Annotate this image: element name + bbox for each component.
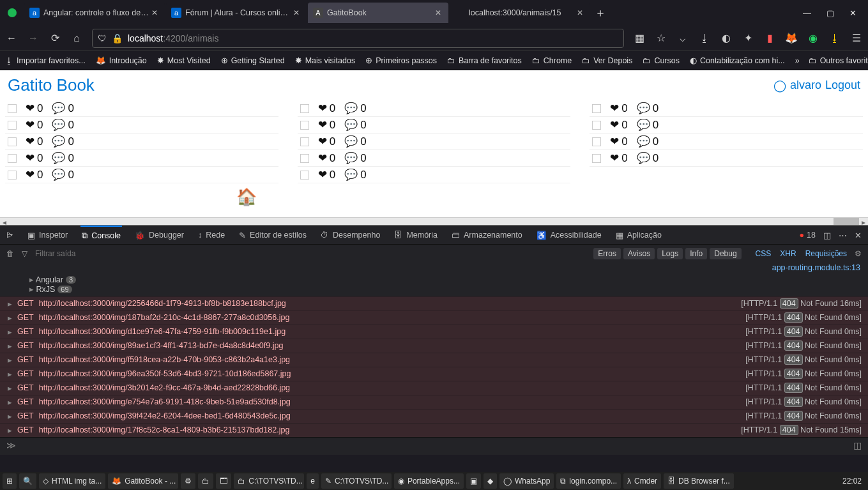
comment-icon[interactable]: 💬 (344, 102, 358, 115)
console-error-row[interactable]: ▸GET http://localhost:3000/img/f5918cea-… (0, 353, 868, 367)
taskbar-clock[interactable]: 22:02 (839, 477, 865, 486)
ext-icon-2[interactable]: ✦ (742, 32, 754, 45)
close-icon[interactable]: ✕ (433, 8, 443, 17)
error-count[interactable]: 18 (807, 231, 816, 240)
bookmark-item[interactable]: ✸Mais visitados (295, 56, 356, 65)
devtools-tab-editor-de-estilos[interactable]: ✎Editor de estilos (238, 226, 308, 245)
comment-icon[interactable]: 💬 (344, 135, 358, 148)
bookmark-item[interactable]: ✸Most Visited (157, 56, 211, 65)
filter-input[interactable] (35, 249, 131, 258)
animal-card[interactable]: ❤0 💬0 (298, 117, 571, 134)
expand-arrow-icon[interactable]: ▸ (29, 285, 34, 294)
devtools-tab-desempenho[interactable]: ⏱Desempenho (319, 226, 381, 245)
taskbar-item[interactable]: ◉PortableApps... (394, 473, 464, 489)
bookmark-item[interactable]: ⭳Importar favoritos... (5, 56, 86, 65)
comment-icon[interactable]: 💬 (52, 135, 65, 148)
browser-tab[interactable]: aFórum | Alura - Cursos online d…✕ (166, 3, 307, 23)
filter-pill-logs[interactable]: Logs (657, 248, 683, 259)
taskbar-item[interactable]: ▣ (466, 473, 481, 489)
taskbar-item[interactable]: e (307, 473, 319, 489)
animal-card[interactable]: ❤0 💬0 (5, 100, 278, 117)
bookmark-item[interactable]: ⊕Getting Started (221, 56, 285, 65)
console-link-css[interactable]: CSS (756, 249, 772, 258)
expand-arrow-icon[interactable]: ▸ (8, 397, 12, 407)
trash-icon[interactable]: 🗑 (6, 249, 14, 258)
comment-icon[interactable]: 💬 (344, 118, 358, 132)
close-icon[interactable]: ✕ (149, 8, 160, 17)
devtools-tab-memória[interactable]: 🗄Memória (393, 226, 439, 245)
animal-card[interactable]: ❤0 💬0 (590, 134, 863, 150)
bookmark-more[interactable]: » (795, 56, 800, 65)
ext-icon-3[interactable]: ▮ (763, 32, 776, 45)
dock-icon[interactable]: ◫ (823, 231, 831, 240)
taskbar-item[interactable]: 🦊GatitoBook - ... (108, 473, 178, 489)
filter-pill-avisos[interactable]: Avisos (623, 248, 655, 259)
heart-icon[interactable]: ❤ (26, 151, 34, 165)
source-link[interactable]: app-routing.module.ts:13 (772, 263, 860, 272)
heart-icon[interactable]: ❤ (318, 135, 327, 148)
expand-arrow-icon[interactable]: ▸ (8, 425, 12, 435)
window-close[interactable]: ✕ (849, 8, 857, 18)
comment-icon[interactable]: 💬 (52, 168, 65, 181)
expand-arrow-icon[interactable]: ▸ (8, 327, 12, 337)
taskbar-item[interactable]: 🗔 (216, 473, 231, 489)
devtools-tab-armazenamento[interactable]: 🗃Armazenamento (450, 226, 524, 245)
heart-icon[interactable]: ❤ (610, 135, 619, 148)
expand-arrow-icon[interactable]: ▸ (8, 313, 12, 323)
heart-icon[interactable]: ❤ (26, 135, 34, 148)
taskbar-item[interactable]: 🗄DB Browser f... (664, 473, 734, 489)
bookmark-item[interactable]: 🗀Barra de favoritos (447, 56, 522, 65)
filter-pill-debug[interactable]: Debug (710, 248, 741, 259)
close-icon[interactable]: ✕ (575, 8, 585, 17)
taskbar-item[interactable]: ◇HTML img ta... (39, 473, 105, 489)
devtools-tab-aplicação[interactable]: ▦Aplicação (614, 226, 663, 245)
home-icon[interactable]: 🏠 (236, 187, 257, 207)
taskbar-item[interactable]: 🗀 (198, 473, 213, 489)
taskbar-item[interactable]: ◆ (483, 473, 497, 489)
taskbar-item[interactable]: ◯WhatsApp (499, 473, 554, 489)
brand-link[interactable]: Gatito Book (8, 75, 95, 95)
ext-icon-1[interactable]: ◐ (720, 32, 733, 45)
devtools-close-icon[interactable]: ✕ (855, 231, 862, 240)
console-error-row[interactable]: ▸GET http://localhost:3000/img/d1ce97e6-… (0, 325, 868, 339)
console-error-row[interactable]: ▸GET http://localhost:3000/img/17f8c52c-… (0, 423, 868, 437)
animal-card[interactable]: ❤0 💬0 (5, 150, 278, 167)
expand-arrow-icon[interactable]: ▸ (8, 341, 12, 351)
console-link-xhr[interactable]: XHR (780, 249, 796, 258)
heart-icon[interactable]: ❤ (26, 168, 34, 181)
devtools-tab-rede[interactable]: ↕Rede (197, 226, 226, 245)
bookmark-item[interactable]: 🦊Introdução (96, 56, 147, 65)
window-minimize[interactable]: ― (803, 8, 811, 18)
animal-card[interactable]: ❤0 💬0 (298, 167, 571, 183)
console-error-row[interactable]: ▸GET http://localhost:3000/img/187baf2d-… (0, 310, 868, 325)
taskbar-item[interactable]: ⚙ (181, 473, 195, 489)
download-icon[interactable]: ⭳ (698, 32, 711, 45)
bookmark-item[interactable]: ◐Contabilização com hi... (690, 56, 785, 65)
taskbar-item[interactable]: 🗀C:\TOTVS\TD... (234, 473, 304, 489)
expand-arrow-icon[interactable]: ▸ (8, 369, 12, 379)
animal-card[interactable]: ❤0 💬0 (590, 100, 863, 117)
taskbar-item[interactable]: 🔍 (19, 473, 36, 489)
back-button[interactable]: ← (5, 32, 18, 45)
reload-button[interactable]: ⟳ (49, 32, 61, 45)
pocket-icon[interactable]: ⌵ (676, 32, 689, 45)
animal-card[interactable]: ❤0 💬0 (298, 134, 571, 150)
browser-tab[interactable]: localhost:3000/animais/15✕ (450, 3, 590, 23)
heart-icon[interactable]: ❤ (610, 118, 619, 132)
settings-gear-icon[interactable]: ⚙ (855, 249, 862, 258)
ext-icon-6[interactable]: ⭳ (828, 32, 841, 45)
taskbar-item[interactable]: ⧉login.compo... (556, 473, 621, 489)
comment-icon[interactable]: 💬 (344, 168, 358, 181)
expand-arrow-icon[interactable]: ▸ (8, 383, 12, 393)
expand-arrow-icon[interactable]: ▸ (8, 411, 12, 421)
browser-tab[interactable]: AGatitoBook✕ (308, 3, 448, 23)
console-repl[interactable]: ≫◫ (0, 437, 868, 455)
expand-arrow-icon[interactable]: ▸ (8, 355, 12, 365)
close-icon[interactable]: ✕ (291, 8, 301, 17)
bookmark-other-favoritos[interactable]: 🗀Outros favoritos (809, 56, 868, 65)
console-error-row[interactable]: ▸GET http://localhost:3000/img/e754e7a6-… (0, 395, 868, 409)
menu-button[interactable]: ☰ (850, 32, 863, 45)
console-tree-item[interactable]: ▸ Angular3 (29, 275, 868, 284)
expand-arrow-icon[interactable]: ▸ (8, 299, 12, 309)
devtools-more-icon[interactable]: ⋯ (839, 231, 847, 240)
